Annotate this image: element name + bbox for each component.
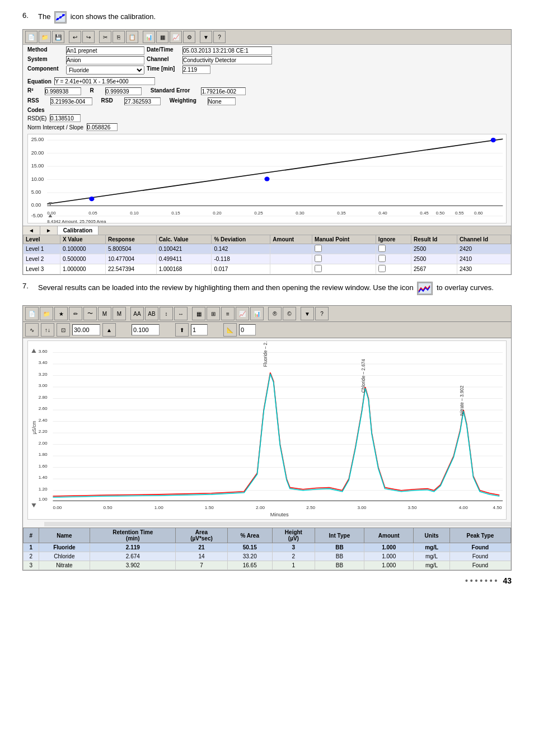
col-name: Name [39, 528, 90, 543]
tb2-r4[interactable]: ↑↓ [41, 323, 54, 337]
table-cell: BB [315, 552, 364, 561]
svg-text:µS/cm: µS/cm [31, 421, 38, 434]
cal-toolbar: 📄 📁 💾 ↩ ↪ ✂ ⎘ 📋 📊 ▦ 📈 ⚙ ▼ ? [23, 30, 511, 45]
tb-open[interactable]: 📁 [39, 31, 51, 43]
h-scrollbar[interactable] [44, 522, 511, 526]
datetime-label: Date/Time [147, 46, 180, 55]
tb2-b1[interactable]: ↕ [160, 307, 173, 320]
table-cell: 0.100000 [60, 244, 105, 254]
r-input[interactable] [105, 87, 142, 95]
col-units: Units [414, 528, 449, 543]
tb2-open[interactable]: 📁 [40, 307, 53, 320]
tb2-ab[interactable]: AB [145, 307, 158, 320]
table-cell [270, 264, 312, 274]
step6-text2: icon shows the calibration. [71, 12, 156, 21]
tb-copy[interactable]: ⎘ [113, 31, 125, 43]
review-chart: µS/cm 3.60 3.40 3.20 3.00 2.80 2.60 2.40… [27, 340, 507, 520]
tb2-table[interactable]: ≡ [221, 307, 235, 320]
norm-intercept-row: Norm Intercept / Slope [23, 123, 511, 132]
step7-number: 7. [22, 282, 34, 290]
tb2-r8[interactable]: 📐 [223, 323, 237, 337]
datetime-input[interactable] [182, 46, 272, 55]
tab-nav-right[interactable]: ► [40, 226, 58, 235]
tb2-graph[interactable]: 📈 [236, 307, 249, 320]
tb-undo[interactable]: ↩ [69, 31, 81, 43]
tb2-aa[interactable]: AA [130, 307, 144, 320]
rss-input[interactable] [50, 97, 92, 105]
review-toolbar1: 📄 📁 ★ ✏ 〜 M M AA AB ↕ ↔ ▦ ⊞ ≡ 📈 📊 ® © ▼ … [23, 306, 511, 322]
svg-text:3.20: 3.20 [39, 372, 48, 376]
tb-paste[interactable]: 📋 [126, 31, 138, 43]
tb2-m1[interactable]: M [98, 307, 111, 320]
tb-graph2[interactable]: 📈 [170, 31, 182, 43]
table-cell: 2500 [411, 244, 457, 254]
tb2-r3[interactable]: ∿ [25, 323, 39, 337]
col-pct-area: % Area [227, 528, 272, 543]
tb2-star[interactable]: ★ [54, 307, 68, 320]
tb2-overlay[interactable]: ⊞ [207, 307, 220, 320]
tb-save[interactable]: 💾 [52, 31, 64, 43]
calibration-panel: 📄 📁 💾 ↩ ↪ ✂ ⎘ 📋 📊 ▦ 📈 ⚙ ▼ ? Method Date/… [22, 29, 512, 275]
tab-calibration[interactable]: Calibration [58, 226, 99, 235]
tb-dropdown[interactable]: ▼ [200, 31, 212, 43]
tb2-help2[interactable]: ? [315, 307, 329, 320]
r2-input[interactable] [45, 87, 81, 95]
weighting-input[interactable] [208, 97, 236, 105]
tb2-r5[interactable]: ⊡ [57, 323, 70, 337]
tb2-wave[interactable]: 〜 [83, 307, 97, 320]
codes-row: Codes [23, 106, 511, 114]
tb2-drop[interactable]: ▼ [301, 307, 314, 320]
table-cell: BB [315, 561, 364, 570]
tb2-pen[interactable]: ✏ [69, 307, 82, 320]
toolbar2-val4[interactable] [239, 324, 256, 335]
col-ignore: Ignore [376, 235, 411, 244]
tb-help[interactable]: ? [213, 31, 226, 43]
channel-label: Channel [147, 56, 180, 64]
std-error-input[interactable] [201, 87, 246, 95]
table-cell: 1.000 [364, 543, 413, 552]
calibration-icon [54, 11, 67, 24]
tb-new[interactable]: 📄 [25, 31, 38, 43]
codes-label: Codes [27, 107, 45, 113]
table-cell: mg/L [414, 552, 449, 561]
time-input[interactable] [182, 66, 210, 74]
col-peak-type: Peak Type [449, 528, 510, 543]
toolbar2-val3[interactable] [191, 324, 208, 335]
svg-text:0.55: 0.55 [455, 211, 463, 215]
col-channelid: Channel Id [457, 235, 510, 244]
method-input[interactable] [66, 46, 144, 55]
tb2-new[interactable]: 📄 [25, 307, 39, 320]
svg-text:2.40: 2.40 [39, 418, 48, 422]
svg-text:3.60: 3.60 [39, 349, 48, 353]
tb2-cal2[interactable]: 📊 [250, 307, 264, 320]
table-cell [376, 254, 411, 264]
tb2-b2[interactable]: ↔ [174, 307, 188, 320]
tb-settings[interactable]: ⚙ [183, 31, 195, 43]
norm-intercept-input[interactable] [87, 123, 118, 131]
tb-table[interactable]: ▦ [156, 31, 168, 43]
tb2-r7[interactable]: ⬆ [175, 323, 189, 337]
equation-input[interactable] [54, 77, 155, 85]
toolbar2-val1[interactable] [72, 324, 100, 335]
tb2-m2[interactable]: M [113, 307, 126, 320]
table-cell [312, 254, 376, 264]
stats-row: R² R Standard Error [23, 86, 511, 96]
svg-text:2.00: 2.00 [256, 505, 265, 510]
col-calcval: Calc. Value [156, 235, 212, 244]
channel-input[interactable] [182, 56, 272, 64]
tb-chart[interactable]: 📊 [143, 31, 155, 43]
svg-text:2.20: 2.20 [39, 430, 48, 434]
component-select[interactable]: Fluoride [66, 66, 144, 74]
tb-cut[interactable]: ✂ [99, 31, 111, 43]
tb2-chart[interactable]: ▦ [192, 307, 205, 320]
tab-nav-left[interactable]: ◄ [23, 226, 40, 235]
tb2-r2[interactable]: © [283, 307, 296, 320]
system-input[interactable] [66, 56, 144, 64]
tb2-r6[interactable]: ▲ [102, 323, 116, 337]
toolbar2-val2[interactable] [132, 324, 160, 335]
tb-redo[interactable]: ↪ [82, 31, 95, 43]
rsd-input[interactable] [124, 97, 161, 105]
rsd-e-input[interactable] [50, 114, 81, 122]
list-item: 1Fluoride2.1192150.153BB1.000mg/LFound [24, 543, 511, 552]
tb2-r1[interactable]: ® [268, 307, 282, 320]
